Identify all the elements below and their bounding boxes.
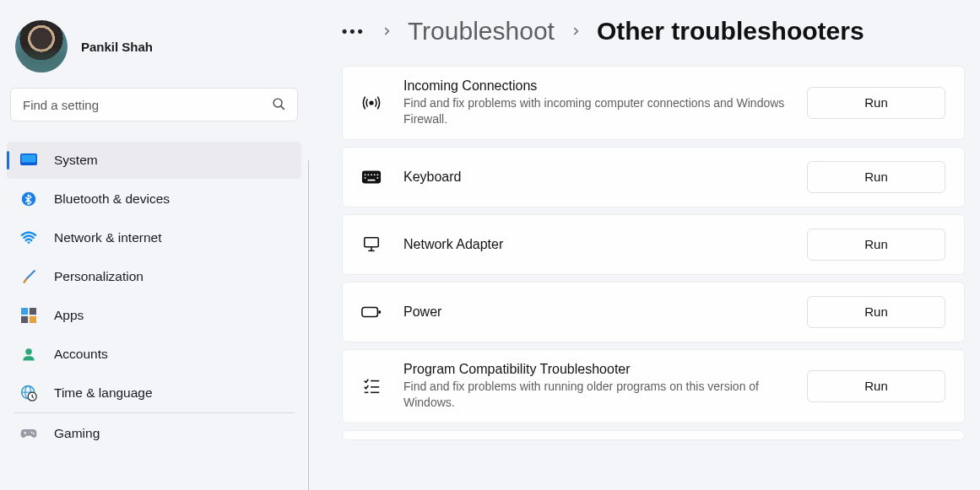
troubleshooter-title: Program Compatibility Troubleshooter: [403, 362, 785, 377]
nav-bluetooth[interactable]: Bluetooth & devices: [7, 180, 301, 218]
breadcrumb-more-icon[interactable]: •••: [342, 23, 365, 40]
breadcrumb-parent[interactable]: Troubleshoot: [408, 17, 555, 46]
svg-point-19: [365, 174, 366, 175]
gamepad-icon: [20, 425, 37, 442]
nav-label: Bluetooth & devices: [54, 191, 170, 207]
keyboard-icon: [361, 170, 382, 185]
svg-point-5: [28, 241, 30, 244]
troubleshooter-text: Power: [403, 304, 785, 320]
svg-rect-8: [21, 316, 28, 323]
troubleshooter-list: Incoming Connections Find and fix proble…: [342, 66, 965, 440]
troubleshooter-text: Incoming Connections Find and fix proble…: [403, 78, 785, 127]
nav-gaming[interactable]: Gaming: [7, 415, 301, 452]
svg-point-16: [33, 433, 35, 434]
display-icon: [20, 152, 37, 169]
svg-point-10: [25, 348, 32, 355]
svg-rect-27: [365, 238, 379, 247]
svg-point-23: [376, 174, 378, 175]
nav-network[interactable]: Network & internet: [7, 219, 301, 256]
svg-rect-26: [367, 180, 375, 181]
search-icon: [272, 97, 286, 111]
troubleshooter-title: Network Adapter: [403, 237, 785, 252]
main-panel: ••• Troubleshoot Other troubleshooters I…: [308, 0, 980, 490]
user-profile[interactable]: Pankil Shah: [7, 15, 301, 88]
bluetooth-icon: [20, 191, 37, 207]
run-button[interactable]: Run: [807, 229, 945, 261]
run-button[interactable]: Run: [807, 296, 945, 328]
svg-line-1: [281, 106, 284, 110]
nav-time[interactable]: Time & language: [7, 374, 301, 412]
nav-accounts[interactable]: Accounts: [7, 336, 301, 373]
svg-rect-3: [22, 155, 36, 163]
troubleshooter-keyboard: Keyboard Run: [342, 147, 965, 207]
nav-label: Gaming: [54, 426, 100, 441]
breadcrumb: ••• Troubleshoot Other troubleshooters: [342, 17, 965, 66]
avatar: [15, 20, 68, 73]
search-container: [7, 88, 301, 133]
person-icon: [20, 346, 37, 363]
svg-point-17: [370, 101, 373, 105]
nav-label: Personalization: [54, 269, 143, 284]
svg-point-20: [367, 174, 369, 175]
wifi-icon: [20, 229, 37, 246]
sidebar: Pankil Shah System Bluetooth & devices N…: [0, 0, 308, 490]
antenna-icon: [361, 94, 382, 112]
troubleshooter-power: Power Run: [342, 282, 965, 342]
search-input[interactable]: [10, 88, 298, 121]
nav-apps[interactable]: Apps: [7, 297, 301, 334]
checklist-icon: [361, 377, 382, 396]
svg-rect-31: [378, 310, 381, 314]
chevron-right-icon: [570, 25, 582, 37]
svg-rect-18: [362, 170, 381, 183]
apps-icon: [20, 307, 37, 324]
troubleshooter-peek: [342, 430, 965, 440]
nav-divider: [14, 412, 295, 413]
brush-icon: [20, 268, 37, 285]
svg-rect-7: [30, 308, 36, 315]
page-title: Other troubleshooters: [597, 17, 864, 46]
troubleshooter-title: Incoming Connections: [403, 78, 785, 94]
troubleshooter-title: Power: [403, 304, 785, 320]
nav-system[interactable]: System: [7, 142, 301, 179]
globe-clock-icon: [20, 385, 37, 401]
troubleshooter-desc: Find and fix problems with running older…: [403, 379, 785, 411]
svg-point-24: [365, 177, 366, 179]
svg-point-0: [273, 99, 282, 107]
chevron-right-icon: [381, 25, 393, 37]
battery-icon: [361, 305, 382, 319]
run-button[interactable]: Run: [807, 370, 945, 402]
troubleshooter-network-adapter: Network Adapter Run: [342, 214, 965, 275]
svg-rect-9: [30, 316, 36, 323]
svg-rect-6: [21, 308, 28, 315]
nav-label: Time & language: [54, 385, 153, 401]
troubleshooter-text: Keyboard: [403, 170, 785, 185]
nav-label: Apps: [54, 308, 84, 323]
troubleshooter-title: Keyboard: [403, 170, 785, 185]
svg-point-25: [376, 177, 378, 179]
troubleshooter-program-compatibility: Program Compatibility Troubleshooter Fin…: [342, 349, 965, 423]
nav: System Bluetooth & devices Network & int…: [7, 133, 301, 452]
user-name: Pankil Shah: [81, 40, 153, 54]
nav-label: Network & internet: [54, 230, 162, 245]
svg-point-21: [371, 174, 372, 175]
nav-label: System: [54, 153, 98, 168]
troubleshooter-text: Network Adapter: [403, 237, 785, 252]
troubleshooter-text: Program Compatibility Troubleshooter Fin…: [403, 362, 785, 411]
nav-label: Accounts: [54, 347, 108, 362]
svg-rect-30: [362, 307, 377, 316]
run-button[interactable]: Run: [807, 87, 945, 119]
svg-point-15: [31, 432, 33, 433]
troubleshooter-incoming-connections: Incoming Connections Find and fix proble…: [342, 66, 965, 140]
nav-personalization[interactable]: Personalization: [7, 258, 301, 295]
svg-point-22: [374, 174, 376, 175]
troubleshooter-desc: Find and fix problems with incoming comp…: [403, 95, 785, 127]
run-button[interactable]: Run: [807, 161, 945, 193]
monitor-network-icon: [361, 235, 382, 254]
